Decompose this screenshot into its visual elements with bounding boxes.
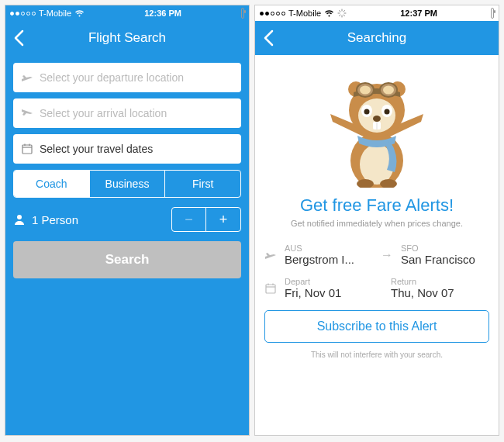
- svg-line-11: [340, 15, 341, 16]
- nav-bar: Flight Search: [5, 21, 249, 55]
- carrier-label: T-Mobile: [288, 9, 321, 18]
- dest-code: SFO: [401, 243, 489, 253]
- svg-rect-0: [22, 145, 32, 154]
- signal-dots-icon: [10, 12, 36, 16]
- svg-rect-32: [266, 285, 275, 293]
- status-bar: T-Mobile 12:36 PM: [5, 5, 249, 21]
- calendar-icon: [21, 143, 33, 154]
- footnote: This will not interfere with your search…: [264, 350, 489, 359]
- svg-point-23: [364, 109, 370, 115]
- svg-point-30: [360, 86, 371, 95]
- persons-stepper: − +: [171, 207, 241, 232]
- screen-searching: T-Mobile 12:37 PM Searching: [254, 5, 499, 436]
- loading-icon: [337, 9, 347, 18]
- return-value: Thu, Nov 07: [391, 286, 489, 299]
- svg-point-4: [17, 215, 22, 219]
- svg-point-24: [385, 109, 390, 115]
- cabin-option-coach[interactable]: Coach: [14, 171, 90, 197]
- fare-alerts-headline: Get free Fare Alerts!: [264, 195, 489, 216]
- cabin-segmented: Coach Business First: [13, 170, 241, 198]
- depart-value: Fri, Nov 01: [285, 286, 383, 299]
- origin-name: Bergstrom I...: [285, 253, 373, 266]
- dates-row: Depart Fri, Nov 01 Return Thu, Nov 07: [264, 277, 489, 299]
- person-icon: [13, 213, 26, 226]
- return-label: Return: [391, 277, 489, 286]
- wifi-icon: [324, 9, 334, 17]
- cabin-option-business[interactable]: Business: [90, 171, 166, 197]
- origin-code: AUS: [285, 243, 373, 253]
- clock-label: 12:36 PM: [144, 9, 181, 18]
- persons-minus-button[interactable]: −: [172, 208, 206, 231]
- route-row: AUS Bergstrom I... → SFO San Francisco: [264, 243, 489, 266]
- svg-point-25: [373, 116, 381, 122]
- arrival-field[interactable]: Select your arrival location: [13, 98, 241, 128]
- dest-name: San Francisco: [401, 253, 489, 266]
- cabin-option-first[interactable]: First: [165, 171, 240, 197]
- battery-icon: [491, 9, 494, 18]
- mascot-illustration: [264, 63, 489, 195]
- dates-placeholder: Select your travel dates: [40, 143, 153, 155]
- persons-plus-button[interactable]: +: [206, 208, 240, 231]
- plane-depart-icon: [21, 71, 33, 84]
- arrival-placeholder: Select your arrival location: [40, 107, 167, 119]
- depart-label: Depart: [285, 277, 383, 286]
- plane-arrive-icon: [21, 107, 33, 119]
- battery-icon: [241, 9, 244, 18]
- svg-line-12: [343, 11, 345, 12]
- back-button[interactable]: [263, 29, 274, 47]
- arrow-right-icon: →: [381, 248, 393, 262]
- nav-title: Searching: [347, 30, 407, 46]
- svg-point-31: [383, 86, 394, 95]
- svg-line-10: [343, 15, 345, 16]
- plane-icon: [264, 249, 277, 261]
- screen-flight-search: T-Mobile 12:36 PM Flight Search Select y…: [5, 5, 250, 436]
- persons-label: 1 Person: [32, 213, 78, 226]
- calendar-icon: [264, 283, 277, 294]
- search-button[interactable]: Search: [13, 241, 241, 278]
- svg-line-9: [340, 11, 341, 12]
- dates-field[interactable]: Select your travel dates: [13, 134, 241, 164]
- clock-label: 12:37 PM: [400, 9, 437, 18]
- wifi-icon: [74, 9, 85, 17]
- departure-field[interactable]: Select your departure location: [13, 63, 241, 92]
- subscribe-button[interactable]: Subscribe to this Alert: [264, 310, 489, 343]
- back-button[interactable]: [13, 29, 24, 47]
- nav-bar: Searching: [255, 21, 499, 55]
- departure-placeholder: Select your departure location: [40, 71, 184, 84]
- persons-row: 1 Person − +: [13, 207, 241, 232]
- carrier-label: T-Mobile: [39, 9, 71, 18]
- nav-title: Flight Search: [88, 30, 166, 46]
- signal-dots-icon: [260, 12, 285, 16]
- status-bar: T-Mobile 12:37 PM: [255, 5, 499, 21]
- fare-alerts-sub: Get notified immediately when prices cha…: [264, 219, 489, 228]
